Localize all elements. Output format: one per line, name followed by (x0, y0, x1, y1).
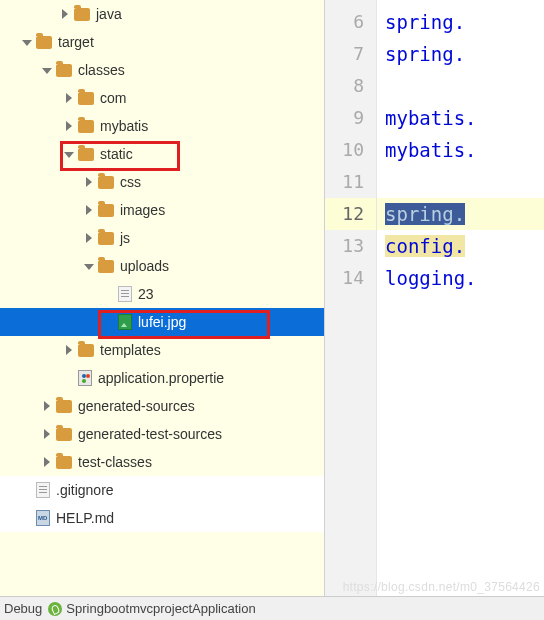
code-text: config. (385, 235, 465, 257)
folder-icon (56, 456, 72, 469)
folder-icon (78, 120, 94, 133)
folder-icon (74, 8, 90, 21)
node-label: generated-test-sources (78, 426, 222, 442)
chevron-right-icon[interactable] (62, 343, 76, 357)
node-label: uploads (120, 258, 169, 274)
node-label: java (96, 6, 122, 22)
chevron-right-icon[interactable] (40, 455, 54, 469)
folder-icon (98, 260, 114, 273)
node-label: com (100, 90, 126, 106)
folder-icon (56, 428, 72, 441)
folder-icon (98, 176, 114, 189)
folder-icon (56, 64, 72, 77)
chevron-right-icon[interactable] (58, 7, 72, 21)
tree-row[interactable]: .gitignore (0, 476, 324, 504)
tree-row[interactable]: test-classes (0, 448, 324, 476)
line-number: 13 (325, 230, 376, 262)
code-text: spring. (385, 43, 465, 65)
node-label: templates (100, 342, 161, 358)
tree-row[interactable]: generated-test-sources (0, 420, 324, 448)
line-number: 7 (325, 38, 376, 70)
folder-icon (36, 36, 52, 49)
markdown-file-icon (36, 510, 50, 526)
folder-icon (78, 92, 94, 105)
chevron-down-icon[interactable] (40, 63, 54, 77)
code-text: mybatis. (385, 107, 477, 129)
folder-icon (98, 232, 114, 245)
node-label: test-classes (78, 454, 152, 470)
node-label: mybatis (100, 118, 148, 134)
tree-row[interactable]: templates (0, 336, 324, 364)
code-text: spring. (385, 11, 465, 33)
tree-row[interactable]: uploads (0, 252, 324, 280)
chevron-down-icon[interactable] (62, 147, 76, 161)
file-icon (118, 286, 132, 302)
tree-row[interactable]: com (0, 84, 324, 112)
chevron-down-icon[interactable] (82, 259, 96, 273)
line-number: 10 (325, 134, 376, 166)
line-number: 14 (325, 262, 376, 294)
app-name[interactable]: SpringbootmvcprojectApplication (66, 601, 255, 616)
line-number: 11 (325, 166, 376, 198)
spring-boot-icon (48, 602, 62, 616)
line-number: 6 (325, 6, 376, 38)
node-label: classes (78, 62, 125, 78)
chevron-right-icon[interactable] (62, 91, 76, 105)
node-label: HELP.md (56, 510, 114, 526)
chevron-right-icon[interactable] (82, 175, 96, 189)
node-label: static (100, 146, 133, 162)
tree-row[interactable]: images (0, 196, 324, 224)
folder-icon (78, 148, 94, 161)
watermark-text: https://blog.csdn.net/m0_37564426 (343, 580, 540, 594)
folder-icon (56, 400, 72, 413)
tree-row-selected[interactable]: lufei.jpg (0, 308, 324, 336)
chevron-right-icon[interactable] (62, 119, 76, 133)
code-text: logging. (385, 267, 477, 289)
tree-row-static[interactable]: static (0, 140, 324, 168)
code-text: spring. (385, 203, 465, 225)
chevron-right-icon[interactable] (82, 203, 96, 217)
node-label: images (120, 202, 165, 218)
file-icon (36, 482, 50, 498)
folder-icon (98, 204, 114, 217)
tree-row[interactable]: target (0, 28, 324, 56)
image-file-icon (118, 314, 132, 330)
project-tree[interactable]: java target classes com mybatis static c… (0, 0, 325, 596)
code-text: mybatis. (385, 139, 477, 161)
node-label: js (120, 230, 130, 246)
node-label: target (58, 34, 94, 50)
tree-row[interactable]: css (0, 168, 324, 196)
chevron-right-icon[interactable] (40, 399, 54, 413)
tree-row[interactable]: generated-sources (0, 392, 324, 420)
chevron-right-icon[interactable] (82, 231, 96, 245)
tree-row[interactable]: HELP.md (0, 504, 324, 532)
line-number: 8 (325, 70, 376, 102)
node-label: .gitignore (56, 482, 114, 498)
node-label: 23 (138, 286, 154, 302)
node-label: lufei.jpg (138, 314, 186, 330)
folder-icon (78, 344, 94, 357)
chevron-right-icon[interactable] (40, 427, 54, 441)
debug-label[interactable]: Debug (4, 601, 42, 616)
tree-row[interactable]: 23 (0, 280, 324, 308)
node-label: generated-sources (78, 398, 195, 414)
tree-row[interactable]: java (0, 0, 324, 28)
tree-row[interactable]: classes (0, 56, 324, 84)
tree-row[interactable]: mybatis (0, 112, 324, 140)
line-number: 9 (325, 102, 376, 134)
chevron-down-icon[interactable] (20, 35, 34, 49)
tree-row[interactable]: application.propertie (0, 364, 324, 392)
node-label: application.propertie (98, 370, 224, 386)
line-gutter: 6 7 8 9 10 11 12 13 14 (325, 0, 377, 596)
node-label: css (120, 174, 141, 190)
tree-row[interactable]: js (0, 224, 324, 252)
editor-pane[interactable]: spring. spring. mybatis. mybatis. spring… (377, 0, 544, 596)
line-number: 12 (325, 198, 376, 230)
status-bar: Debug SpringbootmvcprojectApplication (0, 596, 544, 620)
properties-file-icon (78, 370, 92, 386)
